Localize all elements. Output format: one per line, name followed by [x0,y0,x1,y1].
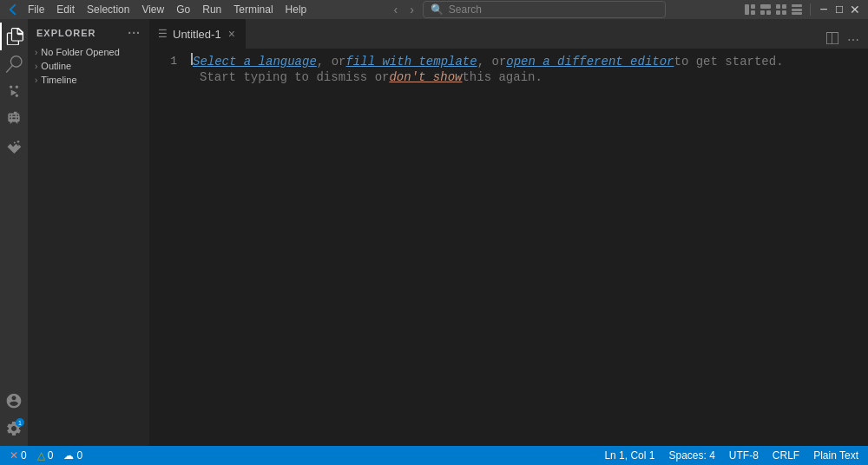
hint-start-typing: Start typing to dismiss or [200,69,389,86]
error-count: 0 [21,449,27,462]
status-encoding[interactable]: UTF-8 [727,446,761,465]
svg-rect-5 [766,10,771,15]
hint-text-or2: , or [477,54,507,70]
layout-icon-3[interactable] [775,3,787,16]
svg-rect-10 [792,4,802,7]
activity-item-explorer[interactable] [0,23,28,50]
sidebar-item-no-folder[interactable]: › No Folder Opened [28,45,149,59]
status-spaces[interactable]: Spaces: 4 [666,446,717,465]
status-language-mode[interactable]: Plain Text [811,446,861,465]
sidebar-item-label: Outline [41,61,71,71]
tab-bar-actions: ⋯ [823,30,868,49]
activity-item-extensions[interactable] [0,134,28,161]
status-line-ending[interactable]: CRLF [770,446,802,465]
svg-rect-7 [782,4,786,9]
maximize-button[interactable]: ☐ [833,3,845,16]
tab-label: Untitled-1 [173,28,221,41]
activity-item-run-debug[interactable] [0,106,28,134]
title-bar-left: File Edit Selection View Go Run Terminal… [7,2,312,17]
chevron-right-icon: › [35,48,37,57]
menu-run[interactable]: Run [197,2,227,17]
svg-rect-4 [760,10,765,15]
hint-text-started: to get started. [674,54,784,70]
status-bar-right: Ln 1, Col 1 Spaces: 4 UTF-8 CRLF Plain T… [602,446,861,465]
editor-content[interactable]: 1 Select a language , or fill with templ… [149,49,868,446]
hint-dont-show[interactable]: don't show [389,69,462,86]
sidebar-item-label: Timeline [41,75,76,85]
status-bar: ✕ 0 △ 0 ☁ 0 Ln 1, Col 1 Spaces: 4 UTF-8 … [0,446,868,465]
menu-file[interactable]: File [23,2,49,17]
sidebar-item-timeline[interactable]: › Timeline [28,73,149,87]
layout-icon-4[interactable] [791,3,803,16]
more-actions-button[interactable]: ⋯ [844,31,863,49]
hint-again: this again. [462,69,542,86]
tab-bar: ☰ Untitled-1 × ⋯ [149,19,868,49]
app-icon [7,3,19,16]
minimize-button[interactable]: − [818,3,830,16]
hint-text-or1: , or [317,54,346,70]
sidebar-more-icon[interactable]: ··· [128,26,141,40]
activity-item-settings[interactable]: 1 [0,415,28,442]
editor-area: ☰ Untitled-1 × ⋯ 1 Select a [149,19,868,446]
tab-untitled-1[interactable]: ☰ Untitled-1 × [149,19,247,49]
svg-rect-3 [760,4,771,9]
title-bar-right: − ☐ ✕ [744,3,861,16]
sidebar-header: Explorer ··· [28,19,149,43]
editor-text-area[interactable]: Select a language , or fill with templat… [184,49,868,446]
hint-select-language[interactable]: Select a language [193,54,317,70]
divider [810,3,811,16]
warning-count: 0 [48,449,54,462]
sidebar: Explorer ··· › No Folder Opened › Outlin… [28,19,149,446]
status-errors[interactable]: ✕ 0 [7,446,30,465]
search-icon: 🔍 [431,3,444,16]
title-bar-center: ‹ › 🔍 Search [390,1,665,18]
spaces-label: Spaces: 4 [668,449,714,462]
activity-item-search[interactable] [0,50,28,78]
split-editor-button[interactable] [823,30,842,49]
sidebar-sections: › No Folder Opened › Outline › Timeline [28,43,149,88]
status-info[interactable]: ☁ 0 [61,446,85,465]
error-icon: ✕ [10,449,18,462]
info-count: 0 [76,449,82,462]
settings-badge: 1 [16,418,24,427]
layout-icon-1[interactable] [744,3,756,16]
tab-close-button[interactable]: × [227,26,237,42]
menu-selection[interactable]: Selection [82,2,135,17]
activity-item-accounts[interactable] [0,387,28,415]
hint-fill-template[interactable]: fill with template [345,54,477,70]
tab-file-icon: ☰ [158,28,168,40]
svg-rect-0 [745,4,749,15]
warning-icon: △ [37,449,45,462]
menu-edit[interactable]: Edit [51,2,80,17]
sidebar-item-outline[interactable]: › Outline [28,59,149,73]
search-bar[interactable]: 🔍 Search [423,1,666,18]
language-mode-label: Plain Text [813,449,858,462]
layout-icon-2[interactable] [760,3,772,16]
menu-help[interactable]: Help [280,2,312,17]
line-numbers: 1 [149,49,184,446]
svg-rect-2 [751,10,755,15]
app-body: 1 Explorer ··· › No Folder Opened › Outl… [0,19,868,446]
status-cursor-position[interactable]: Ln 1, Col 1 [602,446,657,465]
hint-open-editor[interactable]: open a different editor [506,54,674,70]
menu-go[interactable]: Go [171,2,195,17]
nav-forward-button[interactable]: › [406,3,418,16]
svg-rect-9 [782,10,786,15]
activity-bar-bottom: 1 [0,387,28,446]
editor-line-2: Start typing to dismiss or don't show th… [191,69,868,86]
line-number: 1 [149,53,177,69]
close-button[interactable]: ✕ [849,3,861,16]
status-bar-left: ✕ 0 △ 0 ☁ 0 [7,446,85,465]
cursor-position-label: Ln 1, Col 1 [604,449,654,462]
menu-terminal[interactable]: Terminal [228,2,278,17]
activity-item-source-control[interactable] [0,78,28,106]
activity-bar: 1 [0,19,28,446]
svg-rect-6 [776,4,780,9]
svg-rect-1 [751,4,755,9]
menu-view[interactable]: View [136,2,169,17]
editor-line-1: Select a language , or fill with templat… [191,53,868,69]
status-warnings[interactable]: △ 0 [35,446,56,465]
nav-back-button[interactable]: ‹ [390,3,401,16]
chevron-right-icon: › [35,75,37,85]
info-icon: ☁ [63,449,74,462]
